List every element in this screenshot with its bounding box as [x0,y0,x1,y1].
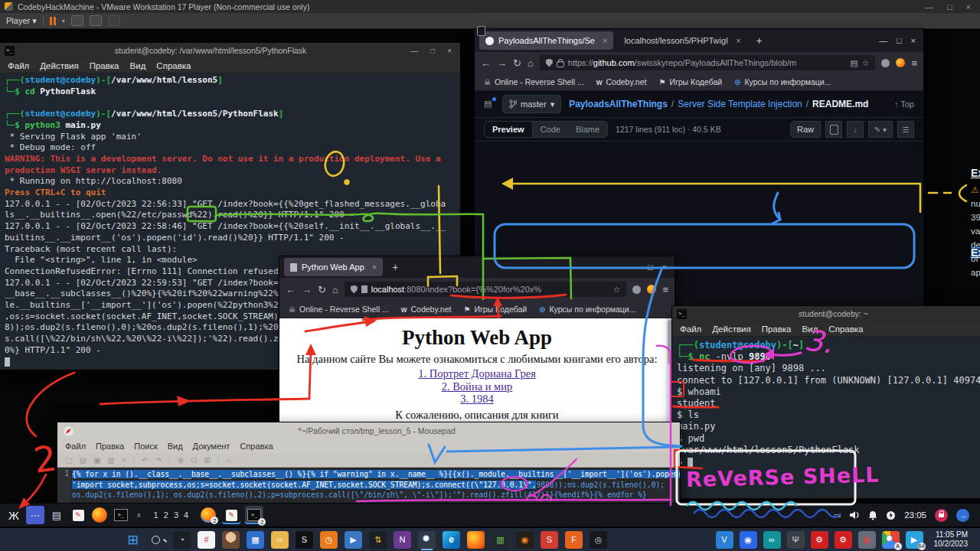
close-file-icon[interactable]: × [122,456,126,465]
app-launcher-icon[interactable]: ⋯ [26,506,44,524]
pocket-icon[interactable] [632,285,641,294]
new-file-icon[interactable]: ▢ [65,456,72,465]
mousepad-window-icon[interactable]: ✎ [222,506,240,524]
url-bar[interactable]: localhost:8080/index?book={%%20for%20x% … [345,282,627,297]
calendar-icon[interactable]: ▦ [247,531,264,549]
bookmark-item[interactable]: ☠Online - Reverse Shell ... [289,305,389,314]
close-button[interactable]: × [911,36,916,45]
clock[interactable]: 23:05 [904,510,926,520]
f-app-icon[interactable]: F [565,531,583,549]
firefox-window-icon[interactable]: 2 [201,507,216,523]
notifications-bell-icon[interactable] [868,510,877,520]
lock-screen-icon[interactable] [935,509,948,522]
reader-icon[interactable]: ▤ [850,58,858,68]
menu-item[interactable]: Вид [168,442,183,451]
screen-recorder-icon[interactable]: ▦ [858,531,876,549]
close-button[interactable]: × [443,47,456,55]
tab-python-web-app[interactable]: Python Web App× [284,258,383,276]
firefox-launcher-icon[interactable] [92,507,107,523]
vscode-icon[interactable]: V [716,531,733,549]
search-replace-icon[interactable]: ◌ [237,456,242,465]
bookmark-item[interactable]: ☠Online - Reverse Shell ... [484,77,584,86]
yellow-arrows-icon[interactable]: ⇅ [369,531,387,549]
mousepad-launcher-icon[interactable]: ✎ [69,506,87,524]
open-icon[interactable]: ▤ [79,456,86,465]
search-icon[interactable]: ○ [226,456,230,465]
bookmark-item[interactable]: wCodeby.net [596,77,647,86]
chrome-tray-icon[interactable]: A [882,531,900,549]
url-bar[interactable]: https://github.com/swisskyrepo/PayloadsA… [540,55,876,70]
home-icon[interactable]: ⌂ [528,57,534,69]
pause-dropdown-icon[interactable]: ▾ [62,18,65,24]
arduino-icon[interactable]: ∞ [763,531,781,549]
tab-close-icon[interactable]: × [599,36,607,45]
menu-item[interactable]: Файл [680,324,701,334]
menu-item[interactable]: Правка [762,324,792,334]
copy-icon[interactable]: ⊡ [191,456,197,465]
menu-item[interactable]: Файл [8,61,29,70]
extension-icon[interactable] [647,285,656,294]
pause-button[interactable] [50,17,56,25]
plant-app-icon[interactable]: Ψ [787,531,805,549]
vmware-player-icon[interactable]: ▶ [345,531,362,549]
menu-item[interactable]: Правка [90,61,119,70]
bookmark-star-icon[interactable]: ☆ [613,285,621,295]
tab-code[interactable]: Code [533,122,568,137]
s-app-icon[interactable]: S [541,531,558,549]
menu-item[interactable]: Справка [156,61,191,70]
start-icon[interactable]: ⊞ [124,531,142,549]
breadcrumb-repo[interactable]: PayloadsAllTheThings [569,99,668,109]
undo-icon[interactable]: ↶ [142,456,148,465]
volume-icon[interactable] [849,510,860,520]
tab-close-icon[interactable]: × [733,36,740,45]
scroll-top-link[interactable]: ↑ Top [894,99,914,109]
bookmark-item[interactable]: ⚑Игры Кодебай [463,305,527,314]
back-icon[interactable]: ← [286,284,296,295]
home-icon[interactable]: ⌂ [332,284,338,295]
forward-icon[interactable]: → [302,284,312,295]
forward-icon[interactable]: → [497,57,507,69]
tab-github[interactable]: PayloadsAllTheThings/Se× [479,31,613,50]
new-tab-button[interactable]: + [752,34,767,47]
onenote-icon[interactable]: N [394,531,411,549]
terminal-titlebar[interactable]: >_ student@codeby: ~ [672,306,980,321]
minimize-button[interactable]: — [630,262,639,272]
maximize-button[interactable]: □ [426,47,439,55]
telegram-icon[interactable]: ▶64 [906,531,923,549]
avatar-icon[interactable] [222,531,240,549]
menu-icon[interactable]: ≡ [662,284,668,295]
reload-icon[interactable]: ↻ [318,284,326,295]
cut-icon[interactable]: ⊗ [178,456,184,465]
edge-icon[interactable]: e [443,531,460,549]
bookmark-item[interactable]: ⊕Курсы по информаци... [539,305,635,314]
copy-icon[interactable] [825,121,842,138]
book-link-3[interactable]: 3. 1984 [279,393,675,406]
paste-icon[interactable]: ⊞ [204,456,210,465]
power-status-icon[interactable] [886,510,896,520]
round-app-icon[interactable]: ◎ [590,531,607,549]
close-button[interactable]: × [662,262,667,272]
minimize-button[interactable]: — [920,2,938,11]
tracking-shield-icon[interactable] [546,59,553,67]
back-icon[interactable]: ← [481,57,491,69]
terminal-launcher-icon[interactable]: >_ [112,506,130,524]
chrome-icon[interactable] [418,531,436,549]
terminal-output[interactable]: ┌──(student@codeby)-[~]└─$ nc -nvlp 9898… [672,337,980,498]
reload-icon[interactable]: ↻ [513,57,521,69]
tracking-shield-icon[interactable] [351,285,358,294]
tab-preview[interactable]: Preview [485,122,533,137]
edit-button[interactable]: ✎ ▾ [868,121,893,138]
menu-item[interactable]: Справка [828,324,863,334]
file-manager-icon[interactable]: ▤ [47,506,66,524]
red-gear-1-icon[interactable]: ⚙ [811,531,828,549]
menu-item[interactable]: Поиск [134,442,157,451]
terminal-window-icon[interactable]: >_2 [245,506,263,524]
menu-item[interactable]: Действия [40,61,78,70]
file-tree-icon[interactable]: ▤ [484,99,495,109]
maximize-button[interactable]: □ [648,262,653,272]
panel-expander-icon[interactable]: ∧ [136,511,142,519]
book-link-1[interactable]: 1. Портрет Дориана Грея [279,367,675,380]
bookmark-item[interactable]: wCodeby.net [401,305,452,314]
media-app-icon[interactable]: ▥ [492,531,509,549]
tab-close-icon[interactable]: × [369,262,377,272]
